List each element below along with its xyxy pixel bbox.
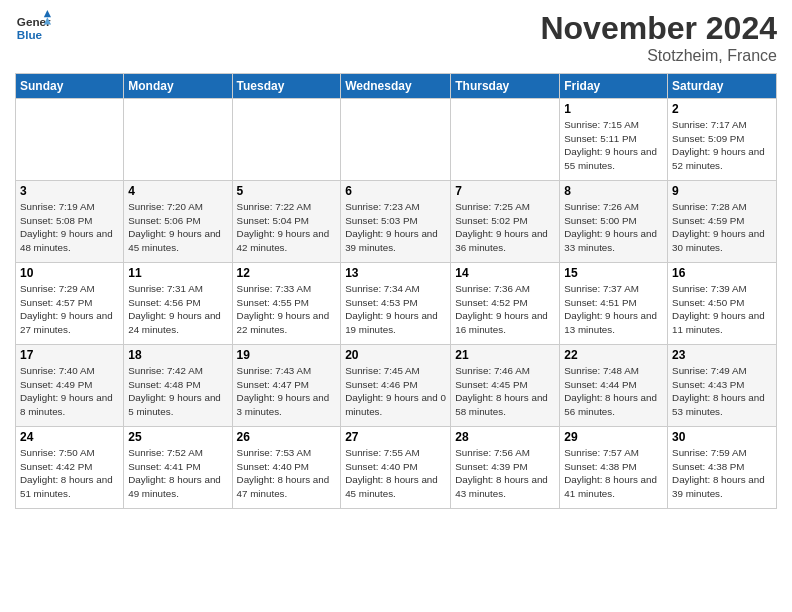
header-sunday: Sunday [16,74,124,99]
cell-3-4: 21Sunrise: 7:46 AM Sunset: 4:45 PM Dayli… [451,345,560,427]
day-num-2-4: 14 [455,266,555,280]
cell-3-1: 18Sunrise: 7:42 AM Sunset: 4:48 PM Dayli… [124,345,232,427]
location: Stotzheim, France [540,47,777,65]
calendar-table: Sunday Monday Tuesday Wednesday Thursday… [15,73,777,509]
day-num-4-5: 29 [564,430,663,444]
day-num-2-5: 15 [564,266,663,280]
day-info-4-1: Sunrise: 7:52 AM Sunset: 4:41 PM Dayligh… [128,446,227,501]
day-info-1-4: Sunrise: 7:25 AM Sunset: 5:02 PM Dayligh… [455,200,555,255]
day-info-1-2: Sunrise: 7:22 AM Sunset: 5:04 PM Dayligh… [237,200,337,255]
day-info-1-0: Sunrise: 7:19 AM Sunset: 5:08 PM Dayligh… [20,200,119,255]
cell-1-0: 3Sunrise: 7:19 AM Sunset: 5:08 PM Daylig… [16,181,124,263]
svg-text:Blue: Blue [17,28,43,41]
day-num-0-6: 2 [672,102,772,116]
cell-4-1: 25Sunrise: 7:52 AM Sunset: 4:41 PM Dayli… [124,427,232,509]
cell-2-2: 12Sunrise: 7:33 AM Sunset: 4:55 PM Dayli… [232,263,341,345]
title-area: November 2024 Stotzheim, France [540,10,777,65]
day-info-2-2: Sunrise: 7:33 AM Sunset: 4:55 PM Dayligh… [237,282,337,337]
month-title: November 2024 [540,10,777,47]
cell-1-6: 9Sunrise: 7:28 AM Sunset: 4:59 PM Daylig… [668,181,777,263]
cell-3-2: 19Sunrise: 7:43 AM Sunset: 4:47 PM Dayli… [232,345,341,427]
day-num-3-6: 23 [672,348,772,362]
cell-0-5: 1Sunrise: 7:15 AM Sunset: 5:11 PM Daylig… [560,99,668,181]
cell-2-4: 14Sunrise: 7:36 AM Sunset: 4:52 PM Dayli… [451,263,560,345]
day-info-3-4: Sunrise: 7:46 AM Sunset: 4:45 PM Dayligh… [455,364,555,419]
day-info-1-5: Sunrise: 7:26 AM Sunset: 5:00 PM Dayligh… [564,200,663,255]
day-info-3-5: Sunrise: 7:48 AM Sunset: 4:44 PM Dayligh… [564,364,663,419]
cell-4-0: 24Sunrise: 7:50 AM Sunset: 4:42 PM Dayli… [16,427,124,509]
svg-marker-2 [44,10,51,17]
day-num-1-0: 3 [20,184,119,198]
day-info-4-6: Sunrise: 7:59 AM Sunset: 4:38 PM Dayligh… [672,446,772,501]
day-info-2-6: Sunrise: 7:39 AM Sunset: 4:50 PM Dayligh… [672,282,772,337]
day-num-3-5: 22 [564,348,663,362]
day-info-4-4: Sunrise: 7:56 AM Sunset: 4:39 PM Dayligh… [455,446,555,501]
day-num-3-3: 20 [345,348,446,362]
day-num-2-3: 13 [345,266,446,280]
day-num-1-4: 7 [455,184,555,198]
cell-1-5: 8Sunrise: 7:26 AM Sunset: 5:00 PM Daylig… [560,181,668,263]
day-info-1-6: Sunrise: 7:28 AM Sunset: 4:59 PM Dayligh… [672,200,772,255]
logo-icon: General Blue [15,10,51,46]
day-info-4-0: Sunrise: 7:50 AM Sunset: 4:42 PM Dayligh… [20,446,119,501]
day-num-1-1: 4 [128,184,227,198]
day-num-4-1: 25 [128,430,227,444]
cell-4-4: 28Sunrise: 7:56 AM Sunset: 4:39 PM Dayli… [451,427,560,509]
cell-0-6: 2Sunrise: 7:17 AM Sunset: 5:09 PM Daylig… [668,99,777,181]
day-info-4-2: Sunrise: 7:53 AM Sunset: 4:40 PM Dayligh… [237,446,337,501]
day-num-4-0: 24 [20,430,119,444]
day-info-0-5: Sunrise: 7:15 AM Sunset: 5:11 PM Dayligh… [564,118,663,173]
day-info-3-6: Sunrise: 7:49 AM Sunset: 4:43 PM Dayligh… [672,364,772,419]
day-info-3-1: Sunrise: 7:42 AM Sunset: 4:48 PM Dayligh… [128,364,227,419]
cell-3-5: 22Sunrise: 7:48 AM Sunset: 4:44 PM Dayli… [560,345,668,427]
day-num-0-5: 1 [564,102,663,116]
day-info-2-1: Sunrise: 7:31 AM Sunset: 4:56 PM Dayligh… [128,282,227,337]
day-info-2-3: Sunrise: 7:34 AM Sunset: 4:53 PM Dayligh… [345,282,446,337]
cell-2-3: 13Sunrise: 7:34 AM Sunset: 4:53 PM Dayli… [341,263,451,345]
cell-0-0 [16,99,124,181]
day-info-0-6: Sunrise: 7:17 AM Sunset: 5:09 PM Dayligh… [672,118,772,173]
day-num-4-6: 30 [672,430,772,444]
day-info-1-1: Sunrise: 7:20 AM Sunset: 5:06 PM Dayligh… [128,200,227,255]
week-row-1: 3Sunrise: 7:19 AM Sunset: 5:08 PM Daylig… [16,181,777,263]
cell-4-2: 26Sunrise: 7:53 AM Sunset: 4:40 PM Dayli… [232,427,341,509]
header-friday: Friday [560,74,668,99]
header-row: Sunday Monday Tuesday Wednesday Thursday… [16,74,777,99]
cell-3-6: 23Sunrise: 7:49 AM Sunset: 4:43 PM Dayli… [668,345,777,427]
day-info-4-5: Sunrise: 7:57 AM Sunset: 4:38 PM Dayligh… [564,446,663,501]
cell-3-3: 20Sunrise: 7:45 AM Sunset: 4:46 PM Dayli… [341,345,451,427]
header-monday: Monday [124,74,232,99]
day-info-4-3: Sunrise: 7:55 AM Sunset: 4:40 PM Dayligh… [345,446,446,501]
cell-0-4 [451,99,560,181]
cell-1-2: 5Sunrise: 7:22 AM Sunset: 5:04 PM Daylig… [232,181,341,263]
day-num-4-4: 28 [455,430,555,444]
day-num-4-2: 26 [237,430,337,444]
day-info-2-5: Sunrise: 7:37 AM Sunset: 4:51 PM Dayligh… [564,282,663,337]
week-row-2: 10Sunrise: 7:29 AM Sunset: 4:57 PM Dayli… [16,263,777,345]
header-thursday: Thursday [451,74,560,99]
cell-0-2 [232,99,341,181]
cell-4-5: 29Sunrise: 7:57 AM Sunset: 4:38 PM Dayli… [560,427,668,509]
day-info-3-0: Sunrise: 7:40 AM Sunset: 4:49 PM Dayligh… [20,364,119,419]
day-num-3-1: 18 [128,348,227,362]
day-num-3-4: 21 [455,348,555,362]
week-row-3: 17Sunrise: 7:40 AM Sunset: 4:49 PM Dayli… [16,345,777,427]
week-row-4: 24Sunrise: 7:50 AM Sunset: 4:42 PM Dayli… [16,427,777,509]
day-info-2-0: Sunrise: 7:29 AM Sunset: 4:57 PM Dayligh… [20,282,119,337]
cell-2-1: 11Sunrise: 7:31 AM Sunset: 4:56 PM Dayli… [124,263,232,345]
cell-1-3: 6Sunrise: 7:23 AM Sunset: 5:03 PM Daylig… [341,181,451,263]
cell-4-3: 27Sunrise: 7:55 AM Sunset: 4:40 PM Dayli… [341,427,451,509]
day-num-2-1: 11 [128,266,227,280]
header-tuesday: Tuesday [232,74,341,99]
day-num-2-2: 12 [237,266,337,280]
day-info-3-3: Sunrise: 7:45 AM Sunset: 4:46 PM Dayligh… [345,364,446,419]
cell-0-3 [341,99,451,181]
cell-2-5: 15Sunrise: 7:37 AM Sunset: 4:51 PM Dayli… [560,263,668,345]
day-num-1-3: 6 [345,184,446,198]
week-row-0: 1Sunrise: 7:15 AM Sunset: 5:11 PM Daylig… [16,99,777,181]
logo: General Blue [15,10,51,46]
header-wednesday: Wednesday [341,74,451,99]
day-info-2-4: Sunrise: 7:36 AM Sunset: 4:52 PM Dayligh… [455,282,555,337]
day-num-4-3: 27 [345,430,446,444]
day-num-3-0: 17 [20,348,119,362]
